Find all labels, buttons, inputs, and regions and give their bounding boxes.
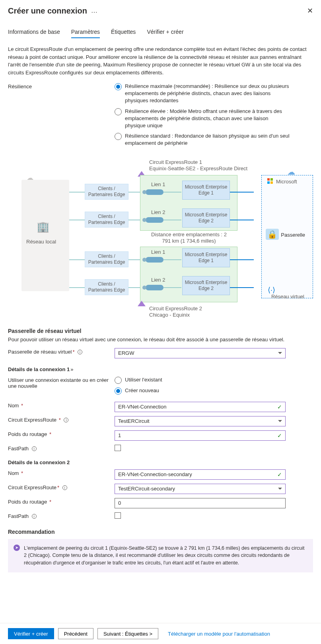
info-icon[interactable]: i [78, 350, 82, 354]
resilience-label: Résilience [8, 83, 115, 150]
msee-box: Microsoft Enterprise Edge 2 [182, 208, 230, 228]
conn1-fastpath-checkbox[interactable] [115, 445, 121, 451]
radio-icon [115, 133, 122, 140]
check-icon: ✓ [277, 404, 282, 410]
conn1-weight-input[interactable]: 1✓ [115, 430, 286, 441]
lock-icon: 🔒 [266, 229, 279, 240]
microsoft-label: Microsoft [276, 179, 297, 185]
vnet-label: Réseau virtuel [271, 294, 304, 300]
msee-box: Microsoft Enterprise Edge 1 [182, 248, 230, 267]
conn1-create-new[interactable]: Créer nouveau [115, 387, 290, 395]
radio-icon [115, 377, 122, 384]
conn2-name-input[interactable]: ER-VNet-Connection-secondary✓ [115, 469, 286, 480]
tab-basics[interactable]: Informations de base [8, 29, 60, 38]
link-label: Lien 1 [151, 249, 165, 255]
vnet-icon: ⟨·⟩ [268, 286, 275, 294]
link-label: Lien 2 [151, 209, 165, 215]
tab-tags[interactable]: Étiquettes [111, 29, 136, 38]
recommendation-icon: ➤ [14, 545, 20, 551]
resilience-option-max[interactable]: Résilience maximale (recommandée) : Rési… [115, 83, 290, 105]
link-icon [146, 189, 163, 195]
close-icon[interactable]: ✕ [307, 6, 313, 15]
gateway-label: Passerelle [281, 232, 305, 238]
conn1-weight-label: Poids du routage * [8, 430, 115, 441]
conn1-circuit-select[interactable]: TestERCircuit [115, 416, 286, 426]
page-title: Créer une connexion [8, 6, 87, 16]
client-edge-box: Clients / Partenaires Edge [85, 212, 128, 228]
radio-label: Résilience élevée : Modèle Metro offrant… [125, 108, 290, 130]
check-icon: ✓ [277, 432, 282, 439]
vnet-gateway-label: Passerelle de réseau virtuel* i [8, 348, 115, 358]
radio-label: Résilience standard : Redondance de liai… [125, 132, 290, 147]
link-icon [146, 217, 163, 223]
conn1-use-existing[interactable]: Utiliser l'existant [115, 376, 290, 384]
circuit1-label: Circuit ExpressRoute 1Equinix-Seattle-SE… [149, 159, 247, 173]
distance-label: Distance entre emplacements : 2791 km (1… [145, 232, 233, 245]
building-icon: 🏢 [37, 221, 49, 233]
conn1-circuit-label: Circuit ExpressRoute * i [8, 416, 115, 426]
conn2-name-label: Nom * [8, 469, 115, 480]
resilience-option-standard[interactable]: Résilience standard : Redondance de liai… [115, 132, 290, 147]
conn1-heading: Détails de la connexion 1» [8, 366, 313, 372]
conn2-fastpath-checkbox[interactable] [115, 512, 121, 519]
microsoft-logo-icon [267, 178, 273, 184]
resilience-option-high[interactable]: Résilience élevée : Modèle Metro offrant… [115, 108, 290, 130]
radio-icon [115, 83, 122, 90]
conn2-circuit-label: Circuit ExpressRoute* i [8, 484, 115, 494]
triangle-icon [138, 301, 146, 306]
radio-label: Utiliser l'existant [125, 376, 162, 383]
tab-settings[interactable]: Paramètres [71, 29, 100, 38]
conn1-fastpath-label: FastPath i [8, 445, 115, 451]
info-icon[interactable]: i [32, 514, 37, 519]
link-icon [146, 285, 163, 290]
recommendation-box: ➤ L'emplacement de peering du circuit 1 … [8, 539, 313, 572]
info-icon[interactable]: i [32, 446, 37, 451]
conn2-fastpath-label: FastPath i [8, 512, 115, 519]
client-edge-box: Clients / Partenaires Edge [85, 251, 128, 267]
conn2-circuit-select[interactable]: TestERCircuit-secondary [115, 484, 286, 494]
link-label: Lien 1 [151, 181, 165, 187]
onprem-box [21, 180, 69, 291]
link-label: Lien 2 [151, 277, 165, 283]
chevron-down-icon [278, 352, 282, 354]
conn2-weight-label: Poids du routage * [8, 498, 115, 508]
client-edge-box: Clients / Partenaires Edge [85, 279, 128, 295]
vnet-gateway-desc: Pour pouvoir utiliser un réseau virtuel … [8, 337, 313, 342]
radio-icon [115, 387, 122, 395]
chevron-down-icon [278, 420, 282, 422]
client-edge-box: Clients / Partenaires Edge [85, 184, 128, 200]
info-icon[interactable]: i [64, 418, 68, 422]
conn2-weight-input[interactable]: 0 [115, 498, 286, 508]
vnet-gateway-heading: Passerelle de réseau virtuel [8, 328, 313, 334]
check-icon: ✓ [277, 471, 282, 478]
circuit2-label: Circuit ExpressRoute 2Chicago - Equinix [149, 305, 202, 319]
more-icon[interactable]: ⋯ [91, 9, 97, 16]
recommendation-heading: Recommandation [8, 529, 313, 535]
onprem-label: Réseau local [26, 239, 56, 245]
link-icon [146, 257, 163, 263]
intro-text: Le circuit ExpressRoute d'un emplacement… [8, 45, 313, 76]
conn1-use-label: Utiliser une connexion existante ou en c… [8, 376, 115, 398]
radio-icon [115, 108, 122, 115]
topology-diagram: ☁ 🏢 Réseau local Clients / Partenaires E… [16, 155, 313, 318]
msee-box: Microsoft Enterprise Edge 2 [182, 276, 230, 295]
info-icon[interactable]: i [62, 485, 67, 490]
conn1-name-label: Nom * [8, 402, 115, 412]
radio-label: Créer nouveau [125, 387, 159, 394]
conn1-name-input[interactable]: ER-VNet-Connection✓ [115, 402, 286, 412]
chevron-down-icon [278, 488, 282, 490]
conn2-heading: Détails de la connexion 2 [8, 459, 313, 465]
tab-bar: Informations de base Paramètres Étiquett… [0, 16, 321, 38]
tab-review[interactable]: Vérifier + créer [147, 29, 183, 38]
vnet-gateway-select[interactable]: ERGW [115, 348, 286, 358]
radio-label: Résilience maximale (recommandée) : Rési… [125, 83, 290, 105]
msee-box: Microsoft Enterprise Edge 1 [182, 181, 230, 200]
